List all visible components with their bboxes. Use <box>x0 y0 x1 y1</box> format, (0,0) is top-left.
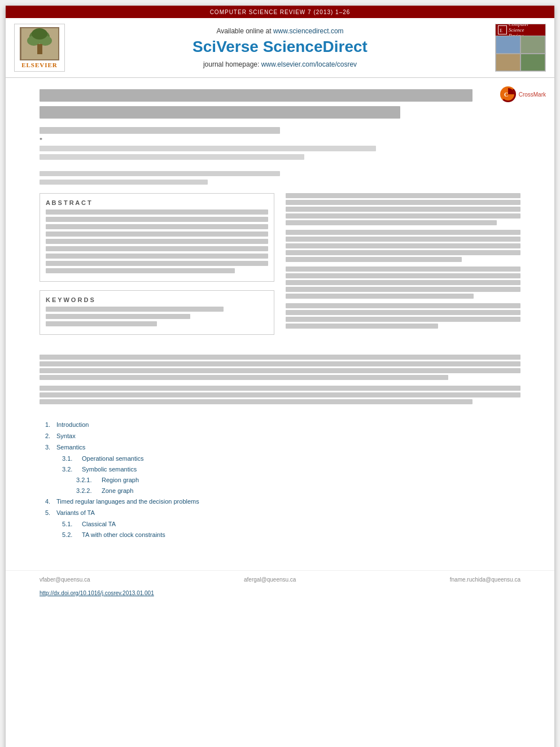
keywords-line <box>46 321 157 326</box>
journal-homepage: journal homepage: www.elsevier.com/locat… <box>203 60 357 68</box>
content-columns: A B S T R A C T K E Y W <box>40 193 520 343</box>
footer-doi: http://dx.doi.org/10.1016/j.cosrev.2013.… <box>40 587 520 597</box>
toc-item-5-1: 5.1. Classical TA <box>45 521 515 530</box>
main-content: C CrossMark * <box>6 78 554 553</box>
toc-num-3-2-2: 3.2.2. <box>76 487 99 496</box>
author-line-1 <box>40 127 280 134</box>
elsevier-logo: ELSEVIER <box>14 24 65 72</box>
content-line <box>286 200 520 205</box>
page-header: ELSEVIER Available online at www.science… <box>6 18 554 78</box>
page: COMPUTER SCIENCE REVIEW 7 (2013) 1–26 EL… <box>6 6 554 747</box>
content-line <box>286 303 520 308</box>
journal-cover-img-1 <box>496 36 520 54</box>
content-line <box>286 213 520 219</box>
content-para-4 <box>286 303 520 329</box>
content-line <box>286 250 520 255</box>
journal-homepage-link[interactable]: www.elsevier.com/locate/cosrev <box>261 60 357 68</box>
mid-para-2 <box>40 386 520 404</box>
elsevier-brand-text: ELSEVIER <box>21 62 58 68</box>
journal-cover: E Computer Science Review <box>495 24 546 72</box>
toc-num-5-2: 5.2. <box>62 531 79 540</box>
journal-cover-img-4 <box>520 54 545 72</box>
keywords-line <box>46 314 190 319</box>
article-title-line-2 <box>40 106 400 119</box>
article-info-line-2 <box>40 180 208 185</box>
toc-num-3-1: 3.1. <box>62 455 79 464</box>
author-affiliation-1 <box>40 146 376 151</box>
author-affiliation-2 <box>40 154 304 160</box>
abstract-box: A B S T R A C T <box>40 193 274 282</box>
abstract-line <box>46 261 268 266</box>
toc-num-1: 1. <box>45 421 54 430</box>
article-title-block <box>40 89 520 119</box>
footer-email-1: vfaber@queensu.ca <box>40 576 90 583</box>
journal-cover-img-2 <box>520 36 545 54</box>
content-line <box>40 386 520 391</box>
content-line <box>286 324 438 329</box>
sciverse-title: SciVerse ScienceDirect <box>193 38 368 56</box>
toc-link-ta-clock[interactable]: TA with other clock constraints <box>82 531 165 538</box>
toc-num-3-2-1: 3.2.1. <box>76 477 99 486</box>
abstract-line <box>46 246 268 251</box>
authors-block: * <box>40 127 520 160</box>
content-line <box>286 280 520 285</box>
toc-link-introduction[interactable]: Introduction <box>56 421 89 428</box>
footer-emails: vfaber@queensu.ca afergal@queensu.ca fna… <box>40 576 520 583</box>
journal-cover-icon: E <box>498 25 507 34</box>
content-line <box>40 375 448 380</box>
page-footer: vfaber@queensu.ca afergal@queensu.ca fna… <box>6 570 554 603</box>
keywords-box: K E Y W O R D S <box>40 290 274 335</box>
toc-link-timed-regular[interactable]: Timed regular languages and the decision… <box>56 498 199 505</box>
journal-header-bar: COMPUTER SCIENCE REVIEW 7 (2013) 1–26 <box>6 6 554 18</box>
abstract-line <box>46 254 268 259</box>
toc-link-semantics[interactable]: Semantics <box>56 444 85 451</box>
svg-point-5 <box>32 28 47 40</box>
journal-cover-header: E Computer Science Review <box>496 24 545 36</box>
svg-rect-4 <box>37 44 42 54</box>
content-line <box>286 317 520 322</box>
toc-item-5: 5. Variants of TA <box>45 509 515 518</box>
content-para-1 <box>286 193 520 225</box>
article-title-line-1 <box>40 89 473 102</box>
toc-num-3: 3. <box>45 444 54 453</box>
sciencedirect-link[interactable]: www.sciencedirect.com <box>273 27 344 35</box>
toc-link-symbolic[interactable]: Symbolic semantics <box>82 466 137 473</box>
toc-item-1: 1. Introduction <box>45 421 515 430</box>
elsevier-tree-image <box>20 27 59 60</box>
crossmark-badge[interactable]: C CrossMark <box>500 86 546 102</box>
keywords-lines <box>46 307 268 326</box>
abstract-title: A B S T R A C T <box>46 199 268 206</box>
abstract-line <box>46 224 268 229</box>
toc-num-2: 2. <box>45 433 54 442</box>
crossmark-icon: C <box>500 86 516 102</box>
toc-link-zone-graph[interactable]: Zone graph <box>102 487 133 494</box>
toc-link-syntax[interactable]: Syntax <box>56 433 76 439</box>
toc-link-operational[interactable]: Operational semantics <box>82 455 143 462</box>
toc-link-classical-ta[interactable]: Classical TA <box>82 521 116 527</box>
toc-item-3-2: 3.2. Symbolic semantics <box>45 466 515 475</box>
abstract-line <box>46 217 268 222</box>
content-line <box>40 399 473 404</box>
toc-num-3-2: 3.2. <box>62 466 79 475</box>
content-line <box>286 257 462 262</box>
content-line <box>286 273 520 278</box>
content-line <box>286 287 520 292</box>
content-line <box>40 392 520 397</box>
toc-num-5-1: 5.1. <box>62 521 79 530</box>
toc-item-5-2: 5.2. TA with other clock constraints <box>45 531 515 540</box>
content-para-3 <box>286 267 520 299</box>
journal-cover-images <box>496 36 545 71</box>
crossmark-label: CrossMark <box>519 91 546 98</box>
keywords-title: K E Y W O R D S <box>46 296 268 303</box>
doi-link[interactable]: http://dx.doi.org/10.1016/j.cosrev.2013.… <box>40 590 154 596</box>
keywords-line <box>46 307 224 312</box>
toc-link-variants[interactable]: Variants of TA <box>56 509 95 516</box>
abstract-line <box>46 209 268 215</box>
toc-section: 1. Introduction 2. Syntax 3. Semantics 3… <box>40 421 520 540</box>
content-line <box>286 207 520 212</box>
toc-link-region-graph[interactable]: Region graph <box>102 477 139 483</box>
content-line <box>286 220 497 225</box>
toc-item-3-1: 3.1. Operational semantics <box>45 455 515 464</box>
col-left: A B S T R A C T K E Y W <box>40 193 274 343</box>
article-header: * <box>40 89 520 160</box>
